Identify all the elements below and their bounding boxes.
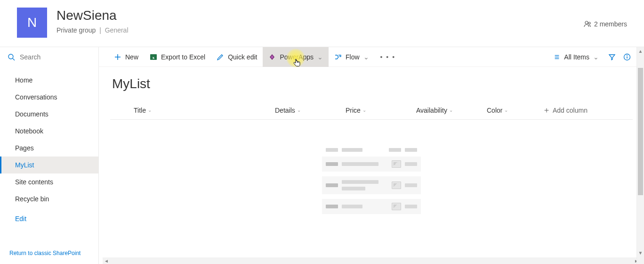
nav-item-mylist[interactable]: MyList (0, 157, 98, 173)
column-header-row: Title ⌄ Details ⌄ Price ⌄ Availability ⌄… (110, 101, 633, 120)
scroll-left-icon[interactable]: ◄ (103, 257, 110, 264)
nav-item-documents[interactable]: Documents (0, 106, 98, 123)
nav-item-home[interactable]: Home (0, 72, 98, 89)
pencil-icon (217, 53, 224, 61)
plus-icon (543, 107, 550, 114)
command-bar: New x Export to Excel Quick edit PowerAp… (99, 47, 644, 67)
left-nav: Home Conversations Documents Notebook Pa… (0, 47, 99, 264)
export-label: Export to Excel (161, 53, 205, 61)
column-title-label: Title (134, 107, 146, 114)
powerapps-label: PowerApps (280, 53, 314, 61)
scroll-thumb[interactable] (638, 68, 643, 195)
column-availability[interactable]: Availability ⌄ (416, 107, 487, 114)
return-classic-link[interactable]: Return to classic SharePoint (0, 246, 98, 264)
chevron-down-icon: ⌄ (504, 107, 508, 113)
chevron-down-icon: ⌄ (317, 53, 323, 61)
column-price-label: Price (346, 107, 361, 114)
horizontal-scrollbar[interactable]: ◄ ► (103, 257, 640, 264)
list-icon (554, 54, 560, 60)
flow-label: Flow (346, 53, 360, 61)
chevron-down-icon: ⌄ (449, 107, 453, 113)
site-visibility: General (105, 26, 129, 34)
flow-button[interactable]: Flow ⌄ (329, 47, 375, 67)
excel-icon: x (150, 53, 157, 61)
flow-icon (334, 53, 342, 61)
vertical-scrollbar[interactable]: ▲ ▼ (636, 47, 644, 264)
filter-button[interactable] (604, 47, 620, 67)
site-privacy: Private group (56, 26, 96, 34)
svg-line-3 (13, 58, 15, 60)
column-details[interactable]: Details ⌄ (275, 107, 346, 114)
separator: | (99, 26, 101, 34)
info-icon (623, 53, 631, 61)
chevron-down-icon: ⌄ (297, 107, 301, 113)
scroll-down-icon[interactable]: ▼ (637, 249, 644, 256)
chevron-down-icon: ⌄ (363, 53, 369, 61)
site-header: N NewSiena Private group | General 2 mem… (0, 0, 644, 47)
site-title[interactable]: NewSiena (56, 8, 584, 24)
scroll-up-icon[interactable]: ▲ (637, 47, 644, 55)
chevron-down-icon: ⌄ (148, 107, 152, 113)
site-meta: NewSiena Private group | General (56, 8, 584, 34)
column-price[interactable]: Price ⌄ (346, 107, 416, 114)
chevron-down-icon: ⌄ (593, 53, 599, 61)
site-avatar[interactable]: N (17, 8, 47, 38)
info-button[interactable] (620, 47, 635, 67)
members-button[interactable]: 2 members (584, 20, 627, 28)
nav-item-pages[interactable]: Pages (0, 140, 98, 157)
nav-item-recycle-bin[interactable]: Recycle bin (0, 190, 98, 207)
new-button[interactable]: New (108, 47, 144, 67)
column-title[interactable]: Title ⌄ (134, 107, 275, 114)
column-color-label: Color (487, 107, 502, 114)
column-details-label: Details (275, 107, 295, 114)
column-color[interactable]: Color ⌄ (487, 107, 543, 114)
powerapps-button[interactable]: PowerApps ⌄ (263, 47, 329, 67)
nav-edit-link[interactable]: Edit (0, 207, 98, 227)
quickedit-label: Quick edit (228, 53, 257, 61)
svg-point-13 (627, 55, 628, 56)
svg-point-2 (8, 54, 13, 59)
view-selector[interactable]: All Items ⌄ (548, 47, 604, 67)
ellipsis-icon: • • • (380, 53, 395, 61)
list-title: MyList (110, 76, 633, 91)
search-input[interactable] (20, 53, 91, 61)
more-button[interactable]: • • • (375, 47, 401, 67)
svg-point-1 (588, 22, 590, 24)
content-pane: New x Export to Excel Quick edit PowerAp… (99, 47, 644, 264)
empty-state-illustration (322, 148, 421, 214)
nav-list: Home Conversations Documents Notebook Pa… (0, 67, 98, 246)
new-label: New (125, 53, 138, 61)
site-subtitle: Private group | General (56, 26, 584, 34)
funnel-icon (608, 53, 616, 61)
quick-edit-button[interactable]: Quick edit (211, 47, 263, 67)
powerapps-icon (268, 53, 276, 61)
nav-item-notebook[interactable]: Notebook (0, 123, 98, 140)
add-column-label: Add column (553, 107, 588, 114)
nav-item-conversations[interactable]: Conversations (0, 89, 98, 106)
search-box[interactable] (0, 47, 98, 67)
allitems-label: All Items (564, 53, 589, 61)
add-column-button[interactable]: Add column (543, 107, 600, 114)
export-excel-button[interactable]: x Export to Excel (144, 47, 211, 67)
plus-icon (114, 53, 121, 61)
members-icon (584, 20, 591, 28)
members-label: 2 members (594, 20, 627, 28)
chevron-down-icon: ⌄ (362, 107, 366, 113)
column-availability-label: Availability (416, 107, 447, 114)
list-area: MyList Title ⌄ Details ⌄ Price ⌄ Availab… (99, 67, 644, 264)
svg-point-0 (585, 21, 588, 24)
svg-text:x: x (153, 55, 155, 60)
nav-item-site-contents[interactable]: Site contents (0, 173, 98, 190)
search-icon (8, 53, 15, 61)
